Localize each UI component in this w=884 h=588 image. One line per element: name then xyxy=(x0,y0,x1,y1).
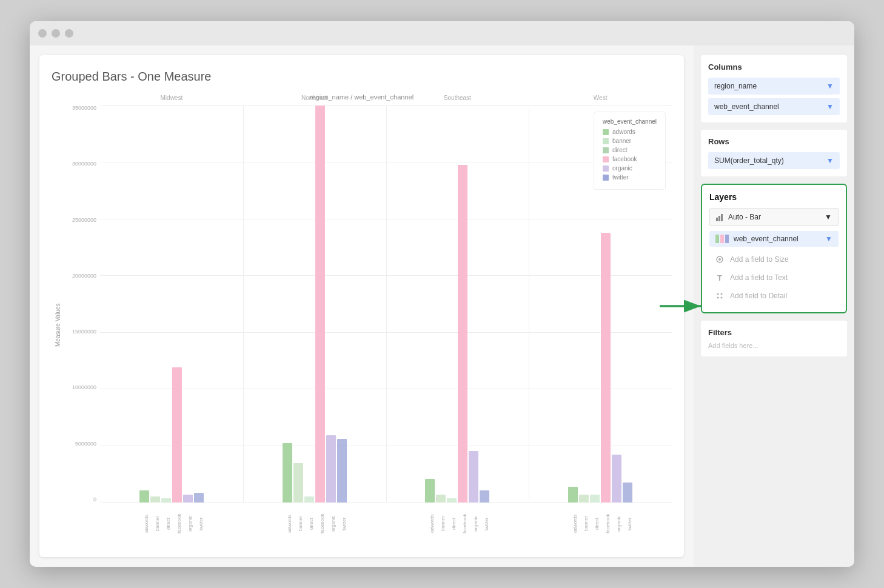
legend-title: web_event_channel xyxy=(603,118,657,125)
legend-label-banner: banner xyxy=(612,138,631,144)
bars-northeast xyxy=(243,105,386,503)
chart-type-label: Auto - Bar xyxy=(728,213,761,221)
x-label: adwords xyxy=(139,503,149,545)
x-label: direct xyxy=(161,503,171,545)
window-btn-3[interactable] xyxy=(65,29,73,38)
region-divider xyxy=(386,105,387,503)
x-label: banner xyxy=(436,503,446,545)
bar-southeast-organic xyxy=(469,451,478,503)
x-label: facebook xyxy=(601,503,611,545)
svg-point-8 xyxy=(721,297,723,299)
region-group-midwest: Midwest xyxy=(100,105,243,503)
bars-section: Midwest xyxy=(100,105,672,503)
x-label: twitter xyxy=(337,503,347,545)
add-size-item[interactable]: Add a field to Size xyxy=(709,250,839,269)
y-label: 0 xyxy=(93,497,96,503)
dropdown-arrow-icon: ▼ xyxy=(826,82,834,90)
y-labels: 35000000 30000000 25000000 20000000 1500… xyxy=(64,105,100,503)
chart-plot: 35000000 30000000 25000000 20000000 1500… xyxy=(64,105,672,503)
color-field-arrow: ▼ xyxy=(825,235,832,243)
x-label: adwords xyxy=(568,503,578,545)
detail-icon xyxy=(714,290,725,301)
legend-label-adwords: adwords xyxy=(612,129,635,135)
svg-rect-2 xyxy=(721,214,723,221)
bar-west-adwords xyxy=(568,487,578,503)
x-region-midwest: adwords banner direct facebook organic t… xyxy=(100,503,243,545)
bar-chart-icon xyxy=(716,213,725,221)
svg-point-6 xyxy=(721,293,723,295)
color-block-green xyxy=(715,235,719,243)
chart-title: Grouped Bars - One Measure xyxy=(52,70,672,84)
legend-color-twitter xyxy=(603,175,609,181)
color-blocks xyxy=(715,235,729,243)
region-label-southeast: Southeast xyxy=(444,95,471,101)
y-label: 10000000 xyxy=(72,385,96,390)
x-label: organic xyxy=(612,503,621,545)
color-block-pink xyxy=(720,235,724,243)
x-label: direct xyxy=(447,503,457,545)
columns-section: Columns region_name ▼ web_event_channel … xyxy=(701,55,847,122)
legend-label-twitter: twitter xyxy=(612,174,629,181)
size-icon xyxy=(714,254,725,265)
layers-section: Layers Auto - Bar ▼ xyxy=(701,184,847,313)
rows-title: Rows xyxy=(708,137,840,146)
filters-placeholder: Add fields here... xyxy=(708,342,840,349)
svg-point-4 xyxy=(718,258,721,261)
chart-inner: Measure Values 35000000 30000000 2500000… xyxy=(52,105,672,545)
bar-northeast-organic xyxy=(326,435,336,503)
y-label: 5000000 xyxy=(75,441,96,447)
bar-southeast-facebook xyxy=(458,165,467,503)
legend-color-facebook xyxy=(603,156,609,162)
bars-midwest xyxy=(100,105,243,503)
legend-item-adwords: adwords xyxy=(603,129,657,135)
chart-type-dropdown[interactable]: Auto - Bar ▼ xyxy=(709,208,839,226)
y-label: 30000000 xyxy=(72,161,96,167)
region-divider xyxy=(529,105,529,503)
columns-title: Columns xyxy=(708,62,840,72)
region-label-west: West xyxy=(594,95,608,101)
main-window: Grouped Bars - One Measure region_name /… xyxy=(30,21,854,567)
text-icon: T xyxy=(714,272,725,283)
bar-southeast-twitter xyxy=(480,490,489,503)
x-label: twitter xyxy=(194,503,204,545)
color-field-row[interactable]: web_event_channel ▼ xyxy=(709,231,839,247)
filters-section: Filters Add fields here... xyxy=(701,321,847,356)
web-event-channel-dropdown[interactable]: web_event_channel ▼ xyxy=(708,98,840,115)
add-detail-label: Add field to Detail xyxy=(730,292,787,300)
bar-midwest-adwords xyxy=(139,490,149,503)
bar-west-direct xyxy=(590,495,600,503)
color-block-blue xyxy=(725,235,729,243)
legend-item-facebook: facebook xyxy=(603,156,657,162)
bar-northeast-direct xyxy=(304,496,314,503)
region-group-northeast: Northeast xyxy=(243,105,386,503)
bar-northeast-adwords xyxy=(283,443,292,503)
window-btn-2[interactable] xyxy=(52,29,60,38)
x-label: organic xyxy=(326,503,336,545)
bar-southeast-banner xyxy=(436,495,446,503)
add-text-item[interactable]: T Add a field to Text xyxy=(709,269,839,287)
region-group-southeast: Southeast xyxy=(386,105,529,503)
x-label: direct xyxy=(590,503,600,545)
x-axis-labels: adwords banner direct facebook organic t… xyxy=(100,503,672,545)
dropdown-arrow-icon: ▼ xyxy=(826,102,834,111)
region-name-label: region_name xyxy=(714,82,757,90)
legend-label-organic: organic xyxy=(612,165,632,172)
x-region-southeast: adwords banner direct facebook organic t… xyxy=(386,503,529,545)
region-name-dropdown[interactable]: region_name ▼ xyxy=(708,78,840,95)
bar-midwest-facebook xyxy=(172,367,182,503)
add-detail-item[interactable]: Add field to Detail xyxy=(709,287,839,305)
legend-label-facebook: facebook xyxy=(612,156,637,162)
bar-northeast-banner xyxy=(293,463,303,503)
x-label: banner xyxy=(293,503,303,545)
legend-color-adwords xyxy=(603,129,609,135)
x-label: adwords xyxy=(425,503,435,545)
chart-type-arrow: ▼ xyxy=(825,213,832,221)
sum-order-dropdown[interactable]: SUM(order_total_qty) ▼ xyxy=(708,152,840,169)
region-divider xyxy=(243,105,244,503)
x-label: adwords xyxy=(283,503,292,545)
window-btn-1[interactable] xyxy=(38,29,47,38)
legend-item-twitter: twitter xyxy=(603,174,657,181)
y-label: 35000000 xyxy=(72,105,96,111)
svg-point-7 xyxy=(717,297,719,299)
bar-northeast-facebook xyxy=(315,105,325,503)
